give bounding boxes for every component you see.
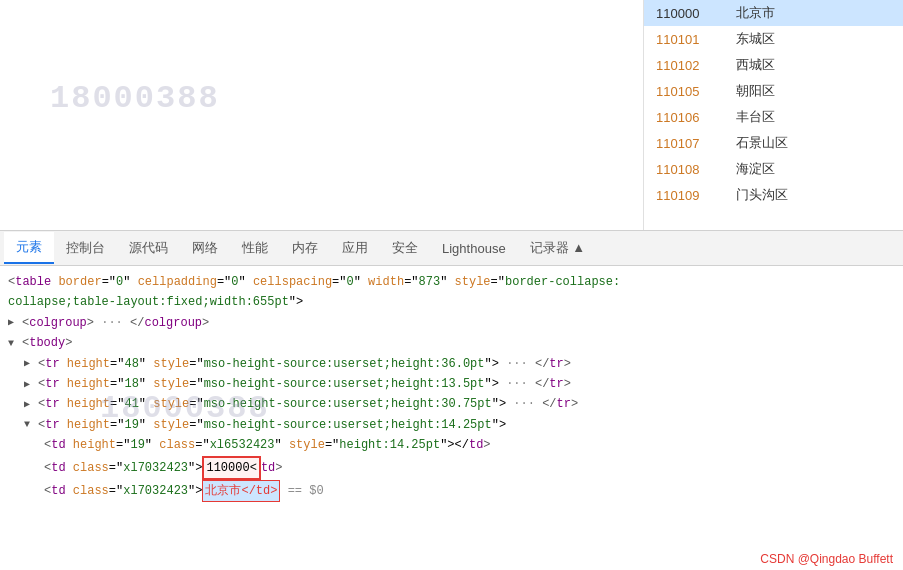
table-name: 海淀区 — [724, 156, 903, 182]
tab-内存[interactable]: 内存 — [280, 233, 330, 263]
table-code: 110102 — [644, 52, 724, 78]
highlighted-beijing: 北京市</td> — [202, 480, 280, 502]
table-name: 西城区 — [724, 52, 903, 78]
bottom-bar: CSDN @Qingdao Buffett — [750, 548, 903, 570]
tab-源代码[interactable]: 源代码 — [117, 233, 180, 263]
expand-arrow[interactable]: ▶ — [8, 314, 20, 331]
expand-arrow-tr3[interactable]: ▶ — [24, 396, 36, 413]
table-code: 110000 — [644, 0, 724, 26]
tab-Lighthouse[interactable]: Lighthouse — [430, 235, 518, 262]
tab-控制台[interactable]: 控制台 — [54, 233, 117, 263]
code-line-tr2: ▶ <tr height="18" style="mso-height-sour… — [0, 374, 903, 394]
tab-记录器 ▲[interactable]: 记录器 ▲ — [518, 233, 597, 263]
tab-性能[interactable]: 性能 — [230, 233, 280, 263]
expand-arrow-tr1[interactable]: ▶ — [24, 355, 36, 372]
tab-网络[interactable]: 网络 — [180, 233, 230, 263]
table-name: 丰台区 — [724, 104, 903, 130]
table-code: 110105 — [644, 78, 724, 104]
devtools-content: <table border="0" cellpadding="0" cellsp… — [0, 266, 903, 564]
code-line-td1: <td height="19" class="xl6532423" style=… — [0, 435, 903, 455]
table-code: 110107 — [644, 130, 724, 156]
code-line-td2: <td class="xl7032423"> 110000< td> — [0, 456, 903, 480]
tab-元素[interactable]: 元素 — [4, 232, 54, 264]
table-name: 门头沟区 — [724, 182, 903, 208]
watermark-top: 18000388 — [50, 80, 220, 117]
devtools-tabs: 元素控制台源代码网络性能内存应用安全Lighthouse记录器 ▲ — [0, 230, 903, 266]
code-line-1: <table border="0" cellpadding="0" cellsp… — [0, 272, 903, 292]
tab-应用[interactable]: 应用 — [330, 233, 380, 263]
expand-arrow-tr2[interactable]: ▶ — [24, 376, 36, 393]
code-line-colgroup: ▶ <colgroup> ··· </colgroup> — [0, 313, 903, 333]
code-line-td3: <td class="xl7032423"> 北京市</td> == $0 — [0, 480, 903, 502]
highlighted-value: 110000< — [202, 456, 260, 480]
table-code: 110106 — [644, 104, 724, 130]
browser-viewport: 18000388 110000北京市110101东城区110102西城区1101… — [0, 0, 903, 230]
code-line-tr1: ▶ <tr height="48" style="mso-height-sour… — [0, 354, 903, 374]
code-line-tbody: ▼ <tbody> — [0, 333, 903, 353]
tag-table: table — [15, 272, 51, 292]
data-table: 110000北京市110101东城区110102西城区110105朝阳区1101… — [644, 0, 903, 208]
table-name: 石景山区 — [724, 130, 903, 156]
table-code: 110108 — [644, 156, 724, 182]
expand-arrow-tbody[interactable]: ▼ — [8, 335, 20, 352]
code-line-tr4: ▼ <tr height="19" style="mso-height-sour… — [0, 415, 903, 435]
code-line-tr3: ▶ <tr height="41" style="mso-height-sour… — [0, 394, 903, 414]
bracket: < — [8, 272, 15, 292]
table-name: 东城区 — [724, 26, 903, 52]
table-area: 110000北京市110101东城区110102西城区110105朝阳区1101… — [643, 0, 903, 230]
tab-安全[interactable]: 安全 — [380, 233, 430, 263]
table-code: 110109 — [644, 182, 724, 208]
table-name: 北京市 — [724, 0, 903, 26]
code-line-2: collapse;table-layout:fixed;width:655pt"… — [0, 292, 903, 312]
devtools-panel: 元素控制台源代码网络性能内存应用安全Lighthouse记录器 ▲ <table… — [0, 230, 903, 564]
table-name: 朝阳区 — [724, 78, 903, 104]
table-code: 110101 — [644, 26, 724, 52]
expand-arrow-tr4[interactable]: ▼ — [24, 416, 36, 433]
